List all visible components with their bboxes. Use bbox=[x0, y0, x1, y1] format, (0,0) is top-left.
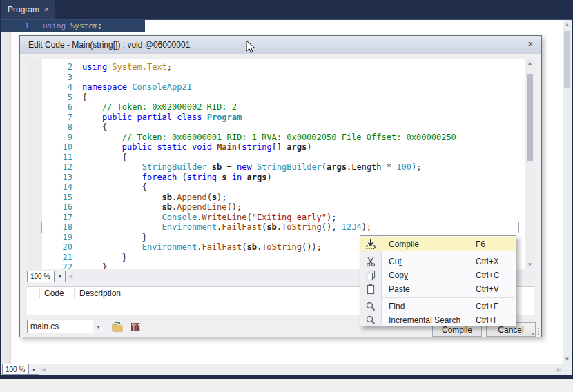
menu-item-label: Incremental Search bbox=[381, 315, 476, 325]
scroll-right-icon[interactable]: ▶ bbox=[557, 365, 561, 374]
menu-item-incremental-search[interactable]: Incremental SearchCtrl+I bbox=[360, 313, 516, 327]
add-assembly-reference-icon[interactable] bbox=[129, 321, 142, 333]
editor-gutter bbox=[1, 20, 11, 364]
dialog-close-icon[interactable]: × bbox=[527, 39, 533, 49]
code-line-4[interactable]: 4namespace ConsoleApp21 bbox=[42, 82, 518, 92]
scroll-up-icon[interactable]: ▲ bbox=[525, 59, 534, 68]
line-number: 6 bbox=[42, 102, 82, 112]
cut-icon bbox=[360, 256, 381, 267]
compile-icon bbox=[360, 239, 381, 250]
dialog-title-bar[interactable]: Edit Code - Main(string[]) : void @06000… bbox=[20, 36, 541, 54]
line-number: 18 bbox=[42, 222, 82, 233]
menu-item-cut[interactable]: CutCtrl+X bbox=[360, 255, 516, 268]
menu-separator bbox=[382, 253, 514, 253]
line-number: 3 bbox=[42, 72, 82, 83]
tab-bar: Program × bbox=[0, 0, 573, 20]
code-line-9[interactable]: 9 // Token: 0x06000001 RID: 1 RVA: 0x000… bbox=[42, 133, 518, 143]
line-number: 20 bbox=[42, 242, 82, 253]
dialog-vscroll-thumb[interactable] bbox=[527, 74, 533, 161]
code-line-17[interactable]: 17 Console.WriteLine("Exiting early"); bbox=[42, 213, 518, 223]
line-number: 16 bbox=[42, 202, 82, 213]
menu-item-shortcut: Ctrl+C bbox=[476, 271, 516, 280]
tab-program[interactable]: Program × bbox=[1, 0, 55, 19]
window-bottom-strip bbox=[0, 375, 573, 379]
scroll-left-icon[interactable]: ◀ bbox=[41, 365, 46, 374]
line-number: 8 bbox=[42, 122, 82, 133]
code-line-15[interactable]: 15 sb.Append(s); bbox=[42, 193, 518, 203]
menu-item-find[interactable]: FindCtrl+F bbox=[360, 300, 516, 313]
dialog-zoom-dropdown-button[interactable]: ▼ bbox=[55, 271, 66, 282]
code-line-11[interactable]: 11 { bbox=[42, 153, 518, 163]
code-line-7[interactable]: 7 public partial class Program bbox=[42, 112, 518, 123]
line-number: 4 bbox=[42, 82, 82, 92]
main-horizontal-scrollbar[interactable]: ◀ ▶ bbox=[40, 364, 563, 374]
main-vscroll-thumb[interactable] bbox=[564, 31, 570, 88]
line-number: 2 bbox=[42, 62, 82, 72]
file-select-dropdown-button[interactable]: ▼ bbox=[93, 320, 104, 333]
code-line-14[interactable]: 14 { bbox=[42, 182, 518, 193]
main-code-line-1[interactable]: 1using System; bbox=[1, 20, 102, 32]
code-line-16[interactable]: 16 sb.AppendLine(); bbox=[42, 202, 518, 213]
main-window: Program × 1using System;2using System.Te… bbox=[0, 0, 573, 379]
main-zoom-value: 100 % bbox=[6, 366, 25, 373]
resize-grip[interactable] bbox=[531, 326, 539, 335]
dialog-zoom-value: 100 % bbox=[30, 273, 50, 280]
tab-label: Program bbox=[8, 5, 39, 14]
tab-close-icon[interactable]: × bbox=[44, 5, 49, 14]
menu-item-copy[interactable]: CopyCtrl+C bbox=[360, 268, 516, 282]
menu-item-shortcut: F6 bbox=[476, 239, 516, 249]
code-line-8[interactable]: 8 { bbox=[42, 122, 518, 133]
menu-item-shortcut: Ctrl+X bbox=[476, 257, 516, 266]
main-zoom-select[interactable]: 100 % bbox=[2, 364, 29, 375]
code-line-10[interactable]: 10 public static void Main(string[] args… bbox=[42, 142, 518, 153]
menu-items: CompileF6CutCtrl+XCopyCtrl+CPasteCtrl+VF… bbox=[360, 237, 516, 327]
scroll-down-icon[interactable]: ▼ bbox=[525, 260, 534, 269]
menu-item-shortcut: Ctrl+I bbox=[476, 315, 516, 325]
scroll-up-icon[interactable]: ▲ bbox=[563, 20, 572, 29]
dialog-zoom-select[interactable]: 100 % bbox=[27, 271, 55, 282]
line-number: 7 bbox=[42, 112, 82, 123]
code-line-2[interactable]: 2using System.Text; bbox=[42, 62, 518, 72]
menu-item-compile[interactable]: CompileF6 bbox=[360, 237, 516, 251]
line-number: 13 bbox=[42, 173, 82, 183]
code-line-18[interactable]: 18 Environment.FailFast(sb.ToString(), 1… bbox=[42, 222, 518, 233]
scroll-down-icon[interactable]: ▼ bbox=[563, 355, 572, 364]
copy-icon bbox=[360, 270, 381, 281]
line-number: 9 bbox=[42, 133, 82, 143]
code-line-6[interactable]: 6 // Token: 0x02000002 RID: 2 bbox=[42, 102, 518, 112]
find-icon bbox=[360, 301, 381, 312]
main-zoom-dropdown-button[interactable]: ▼ bbox=[28, 364, 39, 375]
code-column-header[interactable]: Code bbox=[40, 288, 74, 298]
menu-item-label: Paste bbox=[381, 284, 476, 294]
code-line-5[interactable]: 5{ bbox=[42, 92, 518, 103]
description-column-header[interactable]: Description bbox=[75, 288, 121, 298]
line-number: 5 bbox=[42, 92, 82, 103]
main-bottom-row: 100 % ▼ ◀ ▶ bbox=[1, 364, 572, 375]
menu-item-shortcut: Ctrl+F bbox=[476, 302, 516, 311]
incremental-search-icon bbox=[360, 315, 381, 326]
line-number: 11 bbox=[42, 153, 82, 163]
code-line-13[interactable]: 13 foreach (string s in args) bbox=[42, 173, 518, 183]
code-line-12[interactable]: 12 StringBuilder sb = new StringBuilder(… bbox=[42, 162, 518, 173]
line-number: 19 bbox=[42, 233, 82, 243]
line-number: 21 bbox=[42, 253, 82, 263]
dialog-editor-gutter bbox=[27, 59, 42, 269]
line-number: 17 bbox=[42, 213, 82, 223]
main-vertical-scrollbar[interactable]: ▲ ▼ bbox=[563, 20, 572, 364]
line-number: 12 bbox=[42, 162, 82, 173]
menu-item-paste[interactable]: PasteCtrl+V bbox=[360, 282, 516, 296]
code-line-3[interactable]: 3 bbox=[42, 72, 518, 83]
add-documents-icon[interactable] bbox=[111, 321, 124, 333]
menu-item-label: Find bbox=[381, 302, 476, 311]
file-select-value: main.cs bbox=[30, 322, 59, 331]
menu-separator bbox=[382, 297, 514, 298]
menu-item-label: Compile bbox=[381, 239, 476, 249]
paste-icon bbox=[360, 284, 381, 295]
menu-item-label: Copy bbox=[381, 271, 476, 280]
screen: Program × 1using System;2using System.Te… bbox=[0, 0, 573, 392]
line-number: 22 bbox=[42, 262, 82, 269]
menu-item-label: Cut bbox=[381, 257, 476, 266]
file-select[interactable]: main.cs bbox=[27, 320, 93, 333]
scroll-left-icon[interactable]: ◀ bbox=[68, 272, 72, 281]
dialog-vertical-scrollbar[interactable]: ▲ ▼ bbox=[525, 59, 534, 269]
